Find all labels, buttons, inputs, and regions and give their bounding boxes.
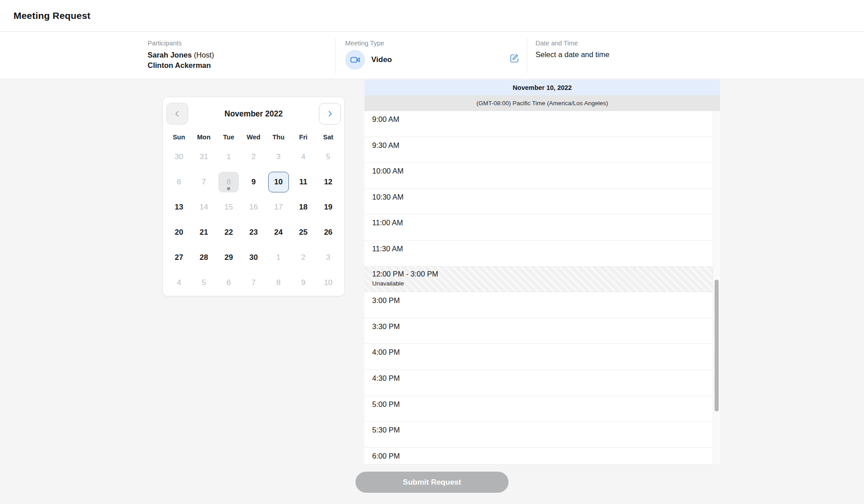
calendar-day-number: 9 [243,172,264,192]
calendar-day-cell: 31 [191,144,216,169]
chevron-right-icon [325,109,334,118]
time-slot-label: 9:00 AM [372,115,713,124]
calendar-day-cell: 7 [191,169,216,195]
time-slot-label: 4:00 PM [372,348,713,357]
edit-meeting-type-button[interactable] [509,53,520,63]
calendar-day-cell[interactable]: 12 [316,169,341,195]
calendar-day-cell: 2 [241,144,266,169]
calendar-day-cell[interactable]: 29 [216,245,241,270]
timezone-label: (GMT-08:00) Pacific Time (America/Los An… [364,95,720,111]
time-slot[interactable]: 3:30 PM [364,318,713,344]
weekday-label: Sat [316,130,341,144]
time-slot[interactable]: 9:00 AM [364,111,713,137]
calendar-day-cell[interactable]: 23 [241,220,266,245]
scrollbar-thumb[interactable] [715,280,719,411]
calendar-day-cell[interactable]: 20 [166,220,191,245]
calendar-day-number: 5 [318,147,338,167]
meeting-summary-bar: Participants Sarah Jones (Host) Clinton … [0,32,864,79]
meeting-type-value: Video [371,55,392,64]
datetime-label: Date and Time [536,40,724,47]
time-slot[interactable]: 11:00 AM [364,214,713,241]
selected-date-header: November 10, 2022 [364,80,720,95]
calendar-day-cell: 5 [316,144,341,169]
time-slot-label: 4:30 PM [372,374,713,383]
section-divider [527,38,527,73]
next-month-button[interactable] [319,103,341,125]
calendar-day-number: 12 [318,172,338,192]
calendar-day-number: 14 [194,197,214,218]
calendar-day-number: 21 [194,222,214,243]
calendar-day-cell: 9 [291,270,315,295]
weekday-label: Fri [291,130,315,144]
time-slot[interactable]: 11:30 AM [364,241,713,267]
time-slot[interactable]: 9:30 AM [364,137,713,163]
calendar-day-number: 16 [243,197,264,218]
participant-host-name: Sarah Jones [148,51,192,59]
calendar-day-cell[interactable]: 26 [316,220,341,245]
calendar-day-number: 28 [194,247,214,268]
time-slot-label: 3:30 PM [372,322,713,331]
time-slot-label: 5:30 PM [372,426,713,434]
calendar-day-cell[interactable]: 22 [216,220,241,245]
time-slot-label: 6:00 PM [372,452,713,460]
calendar-day-number: 7 [243,272,264,293]
calendar-day-cell[interactable]: 10 [266,169,291,195]
calendar-month-title: November 2022 [225,109,283,119]
calendar-day-cell: 5 [191,270,216,295]
page-title: Meeting Request [14,10,90,21]
calendar-day-number: 9 [293,272,314,293]
calendar-day-number: 6 [169,172,189,192]
content-area: November 2022 Sun Mon Tue Wed Thu Fri [0,79,864,504]
submit-request-button[interactable]: Submit Request [356,472,508,493]
video-camera-icon [349,54,361,66]
calendar-day-cell: 6 [166,169,191,195]
time-slot[interactable]: 10:00 AM [364,163,713,189]
participants-section: Participants Sarah Jones (Host) Clinton … [148,32,332,79]
time-slot-unavailable-note: Unavailable [372,280,713,287]
participants-label: Participants [148,40,332,47]
calendar-day-cell[interactable]: 18 [291,195,315,220]
previous-month-button[interactable] [166,103,188,125]
calendar-day-number: 20 [169,222,189,243]
calendar-day-cell[interactable]: 11 [291,169,315,195]
calendar-day-cell: 10 [316,270,341,295]
datetime-value: Select a date and time [536,50,724,59]
weekday-label: Sun [166,130,191,144]
calendar-day-cell: 7 [241,270,266,295]
calendar-day-number: 23 [243,222,264,243]
calendar-day-cell[interactable]: 24 [266,220,291,245]
app-header: Meeting Request [0,0,864,31]
calendar-day-cell[interactable]: 21 [191,220,216,245]
section-divider [335,38,336,73]
time-slot[interactable]: 10:30 AM [364,189,713,215]
time-slot[interactable]: 4:30 PM [364,370,713,396]
calendar-day-cell[interactable]: 25 [291,220,315,245]
calendar-day-number: 15 [218,197,239,218]
calendar-day-cell: 3 [266,144,291,169]
weekday-label: Mon [191,130,216,144]
time-slot: 12:00 PM - 3:00 PM Unavailable [364,267,713,293]
time-slot-label: 9:30 AM [372,141,713,150]
calendar-day-number: 4 [169,272,189,293]
scrollbar-track[interactable] [713,111,720,464]
calendar-day-number: 10 [318,272,338,293]
calendar-day-cell[interactable]: 9 [241,169,266,195]
participant-host: Sarah Jones (Host) [148,50,332,60]
calendar-day-cell[interactable]: 19 [316,195,341,220]
time-slot[interactable]: 3:00 PM [364,292,713,318]
time-slot[interactable]: 4:00 PM [364,344,713,370]
calendar-day-cell[interactable]: 30 [241,245,266,270]
calendar-day-cell[interactable]: 27 [166,245,191,270]
calendar-day-cell[interactable]: 13 [166,195,191,220]
calendar-day-cell: 16 [241,195,266,220]
calendar-day-number: 1 [268,247,289,268]
calendar-day-cell[interactable]: 28 [191,245,216,270]
calendar-day-cell: 30 [166,144,191,169]
time-slot[interactable]: 6:00 PM [364,448,713,464]
time-slot[interactable]: 5:30 PM [364,422,713,448]
calendar-day-number: 30 [169,147,189,167]
calendar-day-cell: 8 [266,270,291,295]
time-slot[interactable]: 5:00 PM [364,396,713,422]
calendar-day-number: 25 [293,222,314,243]
calendar-day-number: 6 [218,272,239,293]
